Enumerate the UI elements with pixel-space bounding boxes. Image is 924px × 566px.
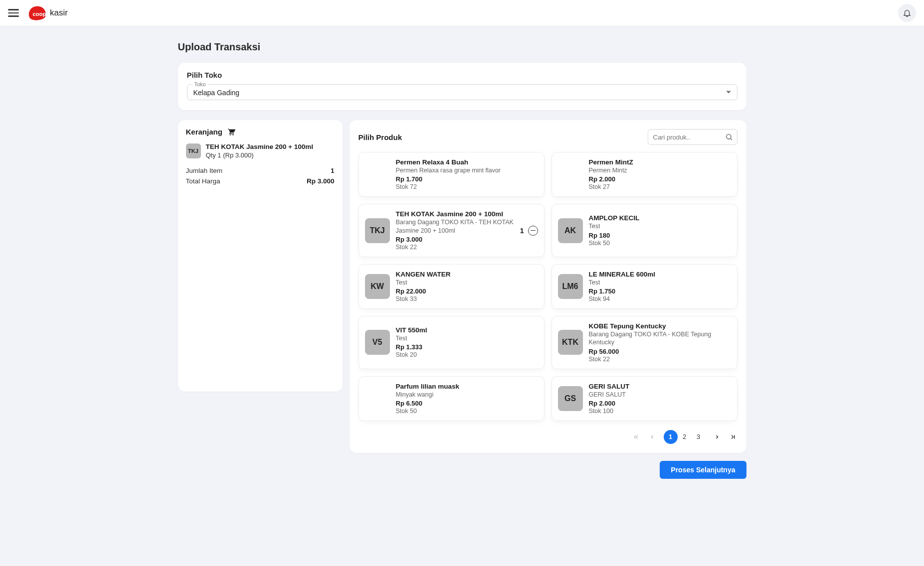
product-thumb: TKJ: [365, 218, 390, 243]
svg-point-2: [232, 135, 233, 136]
store-float-label: Toko: [192, 81, 208, 87]
product-price: Rp 2.000: [589, 400, 731, 407]
product-item[interactable]: KWKANGEN WATERTestRp 22.000Stok 33: [359, 264, 545, 309]
cart-total-label: Total Harga: [186, 177, 220, 185]
product-stock: Stok 50: [396, 408, 538, 415]
cart-header: Keranjang: [186, 127, 335, 136]
cart-item: TKJTEH KOTAK Jasmine 200 + 100mlQty 1 (R…: [186, 143, 335, 159]
page-prev-button[interactable]: [648, 434, 657, 440]
product-name: Permen MintZ: [589, 158, 731, 166]
product-price: Rp 56.000: [589, 348, 731, 355]
product-price: Rp 6.500: [396, 400, 538, 407]
products-card: Pilih Produk Permen Relaxa 4 BuahPermen …: [350, 120, 746, 453]
page-first-button[interactable]: [632, 433, 641, 440]
product-name: Parfum lilian muask: [396, 383, 538, 390]
product-thumb: [365, 386, 390, 411]
product-thumb: KW: [365, 274, 390, 299]
product-stock: Stok 20: [396, 351, 538, 358]
product-search-input[interactable]: [653, 134, 720, 141]
product-item[interactable]: V5VIT 550mlTestRp 1.333Stok 20: [359, 316, 545, 369]
coop-logo-icon: coop: [26, 4, 49, 21]
cart-title: Keranjang: [186, 128, 222, 136]
product-item[interactable]: GSGERI SALUTGERI SALUTRp 2.000Stok 100: [552, 376, 738, 421]
page-last-button[interactable]: [729, 433, 738, 440]
product-thumb: AK: [558, 218, 583, 243]
product-desc: Permen Mintz: [589, 166, 731, 174]
product-qty-control: 1: [520, 226, 538, 236]
product-price: Rp 3.000: [396, 236, 514, 243]
products-title: Pilih Produk: [359, 133, 402, 142]
product-desc: Barang Dagang TOKO KITA - KOBE Tepung Ke…: [589, 330, 731, 347]
notifications-button[interactable]: [898, 4, 916, 22]
product-price: Rp 1.700: [396, 175, 538, 183]
cart-icon: [226, 127, 235, 136]
product-stock: Stok 50: [589, 240, 731, 247]
cart-total: Rp 3.000: [307, 177, 335, 185]
product-item[interactable]: Permen Relaxa 4 BuahPermen Relaxa rasa g…: [359, 152, 545, 197]
product-name: TEH KOTAK Jasmine 200 + 100ml: [396, 210, 514, 218]
search-icon: [725, 133, 733, 141]
product-price: Rp 22.000: [396, 287, 538, 295]
cart-card: Keranjang TKJTEH KOTAK Jasmine 200 + 100…: [178, 120, 343, 392]
product-desc: Test: [396, 334, 538, 342]
product-desc: GERI SALUT: [589, 391, 731, 399]
page-next-button[interactable]: [713, 434, 722, 440]
product-item[interactable]: Parfum lilian muaskMinyak wangiRp 6.500S…: [359, 376, 545, 421]
product-desc: Test: [396, 279, 538, 286]
cart-item-name: TEH KOTAK Jasmine 200 + 100ml: [206, 143, 335, 150]
product-desc: Barang Dagang TOKO KITA - TEH KOTAK Jasm…: [396, 218, 514, 235]
product-thumb: KTK: [558, 330, 583, 355]
product-desc: Minyak wangi: [396, 391, 538, 399]
product-price: Rp 180: [589, 232, 731, 239]
product-name: AMPLOP KECIL: [589, 214, 731, 222]
cart-item-count: 1: [331, 167, 335, 174]
proceed-button[interactable]: Proses Selanjutnya: [660, 461, 746, 479]
product-stock: Stok 22: [589, 356, 731, 363]
app-logo: coop kasir: [26, 4, 68, 21]
product-thumb: LM6: [558, 274, 583, 299]
product-item[interactable]: LM6LE MINERALE 600mlTestRp 1.750Stok 94: [552, 264, 738, 309]
page-number-1[interactable]: 1: [664, 430, 678, 444]
product-item[interactable]: Permen MintZPermen MintzRp 2.000Stok 27: [552, 152, 738, 197]
product-stock: Stok 33: [396, 295, 538, 302]
store-section-label: Pilih Toko: [187, 71, 738, 79]
page-last-icon: [730, 433, 737, 440]
product-stock: Stok 22: [396, 244, 514, 251]
cart-item-thumb: TKJ: [186, 143, 201, 158]
chevron-right-icon: [714, 434, 720, 440]
product-name: Permen Relaxa 4 Buah: [396, 158, 538, 166]
topbar: coop kasir: [0, 0, 924, 26]
product-stock: Stok 72: [396, 183, 538, 190]
chevron-left-icon: [649, 434, 655, 440]
pagination: 123: [359, 430, 738, 444]
svg-text:coop: coop: [33, 11, 46, 17]
product-desc: Test: [589, 222, 731, 230]
app-logo-text: kasir: [50, 8, 68, 18]
hamburger-menu-button[interactable]: [8, 7, 19, 18]
product-thumb: V5: [365, 330, 390, 355]
product-thumb: [558, 162, 583, 187]
product-stock: Stok 27: [589, 183, 731, 190]
store-selected-value: Kelapa Gading: [193, 89, 731, 97]
product-name: KOBE Tepung Kentucky: [589, 322, 731, 330]
product-search-wrap: [648, 129, 738, 145]
svg-point-3: [726, 135, 731, 139]
store-selector-card: Pilih Toko Toko Kelapa Gading: [178, 63, 746, 110]
svg-point-1: [229, 135, 230, 136]
product-item[interactable]: AKAMPLOP KECILTestRp 180Stok 50: [552, 204, 738, 257]
product-item[interactable]: KTKKOBE Tepung KentuckyBarang Dagang TOK…: [552, 316, 738, 369]
product-name: LE MINERALE 600ml: [589, 271, 731, 278]
cart-item-qty-line: Qty 1 (Rp 3.000): [206, 151, 335, 159]
product-item[interactable]: TKJTEH KOTAK Jasmine 200 + 100mlBarang D…: [359, 204, 545, 257]
product-stock: Stok 94: [589, 295, 731, 302]
product-desc: Permen Relaxa rasa grape mint flavor: [396, 166, 538, 174]
page-number-3[interactable]: 3: [692, 430, 706, 444]
product-stock: Stok 100: [589, 408, 731, 415]
page-number-2[interactable]: 2: [678, 430, 692, 444]
product-thumb: GS: [558, 386, 583, 411]
product-name: VIT 550ml: [396, 326, 538, 334]
product-thumb: [365, 162, 390, 187]
product-qty-value: 1: [520, 227, 524, 235]
store-select[interactable]: Toko Kelapa Gading: [187, 84, 738, 100]
product-decrement-button[interactable]: [528, 226, 538, 236]
